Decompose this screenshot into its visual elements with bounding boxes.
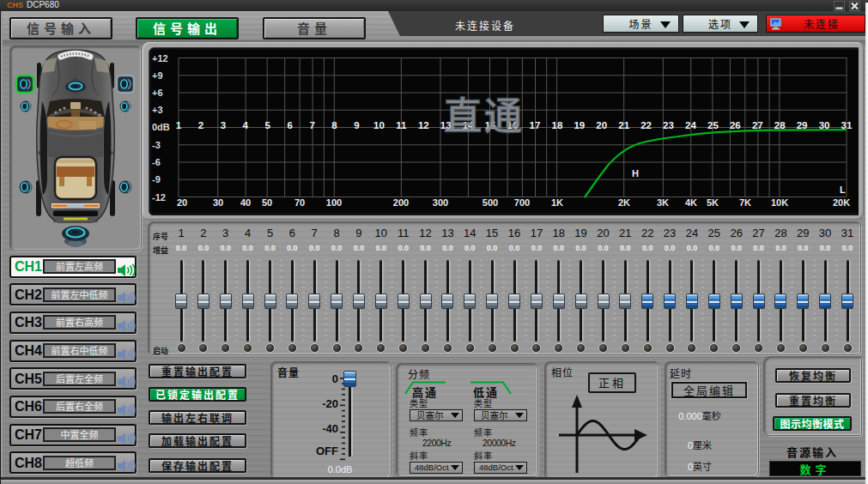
svg-text:40: 40 (240, 197, 251, 208)
svg-text:1: 1 (176, 120, 182, 130)
svg-text:21: 21 (618, 120, 629, 130)
svg-text:26: 26 (730, 120, 741, 130)
svg-text:10K: 10K (771, 197, 788, 208)
svg-text:6: 6 (287, 120, 292, 130)
svg-text:L: L (840, 185, 846, 195)
svg-text:0dB: 0dB (152, 122, 170, 132)
svg-text:5: 5 (264, 120, 270, 130)
svg-text:28: 28 (774, 120, 786, 130)
svg-text:29: 29 (797, 120, 808, 130)
svg-text:-6: -6 (152, 157, 161, 167)
svg-text:100: 100 (326, 197, 342, 208)
svg-text:19: 19 (574, 120, 585, 130)
svg-text:-9: -9 (152, 174, 161, 185)
svg-text:2: 2 (198, 120, 203, 130)
svg-text:18: 18 (552, 120, 563, 130)
svg-text:300: 300 (433, 197, 448, 208)
svg-text:25: 25 (707, 120, 719, 130)
svg-text:+6: +6 (152, 88, 163, 98)
svg-text:+9: +9 (152, 70, 163, 81)
svg-text:5K: 5K (707, 197, 719, 208)
svg-text:9: 9 (354, 120, 359, 130)
svg-text:1K: 1K (551, 197, 563, 208)
svg-text:+12: +12 (152, 53, 168, 64)
svg-text:4K: 4K (685, 197, 697, 208)
svg-text:2K: 2K (618, 197, 630, 208)
svg-text:500: 500 (483, 197, 498, 208)
svg-text:10: 10 (373, 120, 385, 130)
svg-text:7: 7 (309, 120, 314, 130)
svg-text:-3: -3 (152, 140, 161, 150)
svg-text:3K: 3K (657, 197, 669, 208)
svg-text:3: 3 (221, 120, 226, 130)
svg-text:17: 17 (530, 120, 541, 130)
svg-text:20: 20 (596, 120, 607, 130)
svg-text:直通: 直通 (444, 86, 525, 141)
svg-text:7K: 7K (739, 197, 751, 208)
svg-text:20K: 20K (833, 197, 850, 208)
svg-text:200: 200 (393, 197, 409, 208)
svg-text:12: 12 (418, 120, 429, 130)
svg-text:30: 30 (213, 197, 223, 208)
svg-text:+3: +3 (152, 105, 163, 115)
svg-text:24: 24 (685, 120, 696, 130)
svg-text:8: 8 (331, 120, 337, 130)
svg-text:4: 4 (243, 120, 249, 130)
svg-text:70: 70 (294, 197, 305, 208)
svg-text:700: 700 (514, 197, 530, 208)
svg-text:-12: -12 (152, 192, 166, 203)
svg-text:11: 11 (396, 120, 407, 130)
svg-text:23: 23 (663, 120, 674, 130)
svg-text:22: 22 (640, 120, 652, 130)
svg-text:H: H (632, 168, 639, 178)
svg-text:20: 20 (177, 197, 187, 208)
svg-text:50: 50 (262, 197, 272, 208)
svg-text:27: 27 (752, 120, 763, 130)
